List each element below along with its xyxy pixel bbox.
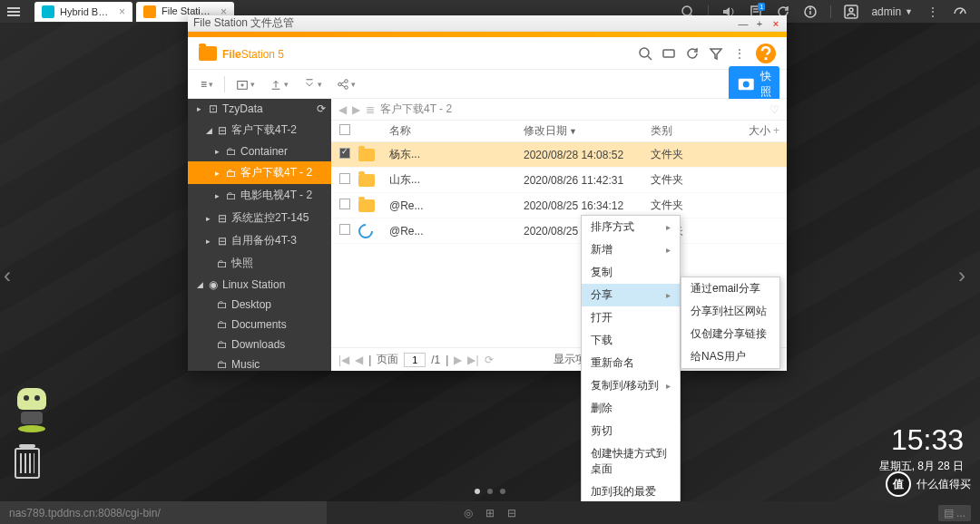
menu-item[interactable]: 创建快捷方式到桌面 — [582, 442, 680, 480]
prev-page-icon[interactable]: ◀ — [355, 354, 363, 366]
sidebar-item[interactable]: ▸🗀客户下载4T - 2 — [188, 161, 331, 184]
table-row[interactable]: 杨东...2020/08/28 14:08:52文件夹 — [331, 142, 787, 168]
trash-icon[interactable] — [15, 448, 40, 479]
select-all-checkbox[interactable] — [339, 124, 350, 135]
sidebar-item[interactable]: ▸⊟系统监控2T-145 — [188, 207, 331, 229]
task-indicator[interactable]: ▤ ... — [938, 505, 971, 521]
filter-icon[interactable] — [709, 46, 723, 61]
info-icon[interactable] — [803, 5, 818, 19]
menu-button[interactable] — [0, 0, 27, 23]
svg-line-10 — [960, 10, 963, 14]
sidebar-item[interactable]: ◢⊟客户下载4T-2 — [188, 119, 331, 141]
desktop-prev[interactable]: ‹ — [4, 262, 22, 289]
menu-item[interactable]: 加到我的最爱 — [582, 480, 680, 503]
more-icon[interactable]: ⋮ — [732, 46, 747, 61]
remote-mount-icon[interactable] — [662, 46, 676, 61]
pager-dot[interactable] — [487, 489, 493, 494]
table-row[interactable]: @Re...2020/08/25 16:34:12文件夹 — [331, 193, 787, 218]
menu-item[interactable]: 给NAS用户 — [681, 345, 779, 368]
page-label: 页面 — [377, 352, 398, 367]
page-input[interactable] — [404, 353, 426, 367]
close-button[interactable]: × — [770, 18, 781, 29]
table-row[interactable]: @Re...2020/08/25 16:34:11文件夹 — [331, 218, 787, 244]
maximize-button[interactable]: + — [754, 18, 765, 29]
window-titlebar[interactable]: File Station 文件总管 — + × — [188, 15, 787, 32]
page-total: /1 — [431, 354, 440, 366]
sidebar-item[interactable]: 🗀Downloads — [188, 335, 331, 354]
user-icon[interactable] — [844, 5, 858, 19]
search-icon[interactable] — [638, 46, 652, 61]
menu-item[interactable]: 打开 — [582, 306, 680, 329]
breadcrumb-path[interactable]: 客户下载4T - 2 — [380, 102, 452, 117]
context-menu: 排序方式▸新增▸复制分享▸打开下载重新命名复制到/移动到▸删除剪切创建快捷方式到… — [581, 215, 681, 524]
menu-item[interactable]: 仅创建分享链接 — [681, 323, 779, 345]
col-type[interactable]: 类别 — [651, 123, 741, 139]
refresh-icon[interactable]: ⟳ — [485, 354, 494, 366]
action-button[interactable]: ▾ — [298, 75, 328, 93]
sidebar-item[interactable]: ▸⊟自用备份4T-3 — [188, 229, 331, 252]
col-date[interactable]: 修改日期▼ — [524, 123, 651, 139]
favorite-icon[interactable]: ♡ — [769, 103, 779, 116]
menu-item[interactable]: 删除 — [582, 397, 680, 420]
minimize-button[interactable]: — — [738, 18, 749, 29]
bb-icon[interactable]: ⊟ — [507, 507, 516, 519]
sidebar: ▸⊡TzyData⟳◢⊟客户下载4T-2▸🗀Container▸🗀客户下载4T … — [188, 99, 331, 371]
col-size[interactable]: 大小 + — [741, 123, 787, 139]
help-icon[interactable] — [756, 44, 776, 63]
sidebar-item[interactable]: 🗀Documents — [188, 315, 331, 335]
menu-item[interactable]: 复制 — [582, 261, 680, 284]
snapshot-button[interactable]: 快照 — [729, 66, 779, 102]
nav-fwd-icon[interactable]: ▶ — [352, 103, 360, 116]
row-checkbox[interactable] — [339, 148, 350, 159]
menu-item[interactable]: 分享▸ — [582, 284, 680, 306]
pager-dot[interactable] — [475, 489, 480, 494]
close-icon[interactable]: × — [119, 5, 125, 18]
toolbar: ≡▾ ▾ ▾ ▾ ▾ 快照 — [188, 70, 787, 99]
table-row[interactable]: 山东...2020/08/26 11:42:31文件夹 — [331, 168, 787, 193]
desktop-next[interactable]: › — [958, 262, 976, 289]
sidebar-item[interactable]: ▸🗀Container — [188, 141, 331, 161]
dashboard-icon[interactable] — [953, 5, 967, 19]
more-icon[interactable]: ⋮ — [926, 5, 940, 19]
create-button[interactable]: ▾ — [230, 75, 260, 93]
history-icon[interactable]: ≣ — [366, 103, 375, 116]
row-checkbox[interactable] — [339, 224, 350, 235]
menu-item[interactable]: 复制到/移动到▸ — [582, 374, 680, 397]
view-mode-button[interactable]: ≡▾ — [195, 75, 219, 93]
menu-item[interactable]: 通过email分享 — [681, 277, 779, 300]
sidebar-item[interactable]: ▸⊡TzyData⟳ — [188, 99, 331, 119]
sidebar-item[interactable]: ▸🗀电影电视4T - 2 — [188, 184, 331, 207]
row-checkbox[interactable] — [339, 173, 350, 184]
desktop-clock: 15:33 星期五, 8月 28 日 — [879, 423, 964, 474]
menu-item[interactable]: 分享到社区网站 — [681, 300, 779, 323]
menu-item[interactable]: 重新命名 — [582, 352, 680, 374]
svg-point-18 — [345, 79, 348, 82]
sidebar-item[interactable]: 🗀Desktop — [188, 295, 331, 315]
sidebar-item[interactable]: 🗀快照 — [188, 252, 331, 275]
folder-icon — [199, 46, 217, 61]
sidebar-item[interactable]: ◢◉Linux Station — [188, 275, 331, 295]
bb-icon[interactable]: ⊞ — [485, 507, 495, 519]
first-page-icon[interactable]: |◀ — [338, 354, 349, 366]
menu-item[interactable]: 剪切 — [582, 420, 680, 442]
svg-rect-13 — [663, 50, 674, 57]
refresh-icon[interactable] — [685, 46, 700, 61]
col-name[interactable]: 名称 — [386, 123, 524, 139]
share-button[interactable]: ▾ — [331, 75, 361, 93]
bb-icon[interactable]: ◎ — [464, 507, 473, 519]
last-page-icon[interactable]: ▶| — [467, 354, 478, 366]
pager-dot[interactable] — [500, 489, 505, 494]
row-checkbox[interactable] — [339, 199, 350, 209]
logo-text: FileStation 5 — [222, 45, 284, 62]
upload-button[interactable]: ▾ — [264, 75, 294, 93]
admin-menu[interactable]: admin▼ — [871, 5, 913, 18]
robot-icon[interactable] — [14, 388, 50, 429]
menu-item[interactable]: 下载 — [582, 329, 680, 352]
menu-item[interactable]: 新增▸ — [582, 238, 680, 261]
next-page-icon[interactable]: ▶ — [454, 354, 462, 366]
sidebar-item[interactable]: 🗀Music — [188, 354, 331, 371]
nav-back-icon[interactable]: ◀ — [338, 103, 347, 116]
admin-label: admin — [871, 5, 901, 18]
menu-item[interactable]: 排序方式▸ — [582, 216, 680, 238]
tab-hybrid-backup[interactable]: Hybrid Backup ... × — [34, 2, 132, 22]
